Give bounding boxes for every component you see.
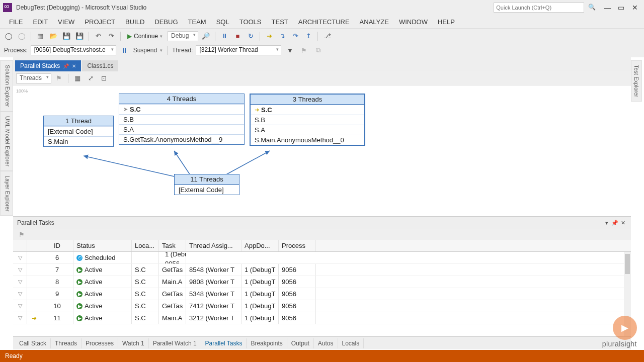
- menu-build[interactable]: BUILD: [120, 17, 149, 27]
- flag-outline-icon[interactable]: ▽: [18, 303, 22, 309]
- nav-back-icon[interactable]: ◯: [3, 31, 14, 42]
- stack-frame-icon[interactable]: ⧉: [312, 45, 324, 56]
- tab-class1[interactable]: Class1.cs: [82, 60, 118, 71]
- window-position-icon[interactable]: ▾: [603, 220, 611, 226]
- intellitrace-icon[interactable]: ⎇: [321, 31, 333, 42]
- menu-project[interactable]: PROJECT: [79, 17, 120, 27]
- nav-fwd-icon[interactable]: ◯: [16, 31, 27, 42]
- parallel-stacks-canvas[interactable]: 100% 1 Thread [External Code] S.Main 4 T…: [13, 85, 631, 216]
- side-tab-layer-explorer[interactable]: Layer Explorer: [0, 171, 13, 216]
- close-pane-icon[interactable]: ✕: [619, 220, 627, 226]
- menu-file[interactable]: FILE: [4, 17, 28, 27]
- save-icon[interactable]: 💾: [61, 31, 72, 42]
- flag-outline-icon[interactable]: ▽: [18, 266, 22, 273]
- save-all-icon[interactable]: 💾: [74, 31, 85, 42]
- stack-frame[interactable]: [External Code]: [175, 185, 239, 195]
- undo-icon[interactable]: ↶: [93, 31, 104, 42]
- stack-frame[interactable]: ➤S.C: [119, 104, 244, 114]
- restart-icon[interactable]: ↻: [245, 31, 256, 42]
- step-over-icon[interactable]: ↷: [290, 31, 301, 42]
- stack-frame[interactable]: S.A: [251, 125, 364, 135]
- col-thread[interactable]: Thread Assig...: [186, 240, 242, 251]
- stack-frame[interactable]: S.B: [119, 114, 244, 124]
- stack-node-3threads[interactable]: 3 Threads ➜S.C S.B S.A S.Main.AnonymousM…: [250, 94, 365, 146]
- col-location[interactable]: Loca...: [132, 240, 159, 251]
- process-combo[interactable]: [9056] DebugTest.vshost.e: [31, 45, 116, 55]
- menu-team[interactable]: TEAM: [183, 17, 211, 27]
- tab-parallel-stacks[interactable]: Parallel Stacks 📌 ✕: [15, 60, 81, 71]
- flag-outline-icon[interactable]: ▽: [18, 315, 22, 321]
- flag-filter-icon[interactable]: ⚑: [16, 229, 27, 240]
- thread-combo[interactable]: [3212] Worker Thread: [196, 45, 281, 55]
- bottom-tab-breakpoints[interactable]: Breakpoints: [247, 338, 287, 348]
- bottom-tab-watch-1[interactable]: Watch 1: [118, 338, 149, 348]
- menu-debug[interactable]: DEBUG: [149, 17, 183, 27]
- stack-frame[interactable]: [External Code]: [44, 126, 113, 136]
- step-out-icon[interactable]: ↥: [303, 31, 314, 42]
- auto-scroll-icon[interactable]: ⤢: [85, 73, 96, 84]
- menu-edit[interactable]: EDIT: [28, 17, 53, 27]
- bottom-tab-threads[interactable]: Threads: [51, 338, 82, 348]
- col-process[interactable]: Process: [279, 240, 316, 251]
- stack-node-4threads[interactable]: 4 Threads ➤S.C S.B S.A S.GetTask.Anonymo…: [119, 94, 245, 145]
- quick-launch-input[interactable]: [494, 3, 584, 13]
- redo-icon[interactable]: ↷: [106, 31, 117, 42]
- pause-icon[interactable]: ⏸: [219, 31, 230, 42]
- toggle-method-view-icon[interactable]: ▦: [72, 73, 83, 84]
- menu-architecture[interactable]: ARCHITECTURE: [293, 17, 355, 27]
- stack-frame[interactable]: ➜S.C: [251, 105, 364, 115]
- stack-frame[interactable]: S.GetTask.AnonymousMethod__9: [119, 134, 244, 144]
- side-tab-solution-explorer[interactable]: Solution Explorer: [0, 60, 13, 112]
- task-row[interactable]: ▽8▶ActiveS.CMain.A9808 (Worker T1 (Debug…: [13, 276, 631, 288]
- side-tab-uml-model-explorer[interactable]: UML Model Explorer: [0, 112, 13, 171]
- menu-window[interactable]: WINDOW: [394, 17, 433, 27]
- step-into-icon[interactable]: ↴: [277, 31, 288, 42]
- col-status[interactable]: Status: [73, 240, 132, 251]
- bottom-tab-locals[interactable]: Locals: [338, 338, 364, 348]
- bottom-tab-parallel-watch-1[interactable]: Parallel Watch 1: [149, 338, 201, 348]
- col-task[interactable]: Task: [159, 240, 186, 251]
- suspend-icon[interactable]: ⏸: [119, 45, 130, 56]
- find-icon[interactable]: 🔎: [200, 31, 211, 42]
- close-button[interactable]: ✕: [629, 4, 641, 12]
- task-row[interactable]: ▽6⏱Scheduled1 (DebugT9056: [13, 252, 631, 264]
- continue-button[interactable]: ▶ Continue ▾: [124, 32, 166, 41]
- bottom-tab-autos[interactable]: Autos: [314, 338, 338, 348]
- menu-test[interactable]: TEST: [267, 17, 293, 27]
- stack-frame[interactable]: S.A: [119, 124, 244, 134]
- flag-outline-icon[interactable]: ▽: [18, 291, 22, 297]
- auto-hide-icon[interactable]: 📌: [611, 220, 619, 226]
- stack-node-1thread[interactable]: 1 Thread [External Code] S.Main: [43, 116, 114, 147]
- menu-analyze[interactable]: ANALYZE: [355, 17, 394, 27]
- task-row[interactable]: ▽9▶ActiveS.CGetTas5348 (Worker T1 (Debug…: [13, 288, 631, 300]
- col-id[interactable]: ID: [41, 240, 73, 251]
- chevron-down-icon[interactable]: ▾: [160, 48, 163, 53]
- search-icon[interactable]: 🔍: [588, 4, 596, 12]
- stack-frame[interactable]: S.B: [251, 115, 364, 125]
- toggle-zoom-icon[interactable]: ⊡: [98, 73, 109, 84]
- bottom-tab-parallel-tasks[interactable]: Parallel Tasks: [201, 338, 247, 348]
- maximize-button[interactable]: ▭: [615, 4, 627, 12]
- flag-outline-icon[interactable]: ▽: [18, 279, 22, 285]
- filter-icon[interactable]: ▼: [284, 45, 295, 56]
- col-current[interactable]: [27, 240, 41, 251]
- stop-icon[interactable]: ■: [232, 31, 243, 42]
- minimize-button[interactable]: —: [601, 4, 613, 12]
- pin-icon[interactable]: 📌: [63, 63, 69, 69]
- bottom-tab-processes[interactable]: Processes: [82, 338, 118, 348]
- side-tab-test-explorer[interactable]: Test Explorer: [631, 60, 642, 102]
- col-flag[interactable]: [13, 240, 27, 251]
- scrollbar-thumb[interactable]: [625, 254, 630, 274]
- task-row[interactable]: ▽10▶ActiveS.CGetTas7412 (Worker T1 (Debu…: [13, 300, 631, 312]
- menu-help[interactable]: HELP: [433, 17, 460, 27]
- menu-view[interactable]: VIEW: [53, 17, 79, 27]
- col-appdomain[interactable]: AppDo...: [242, 240, 279, 251]
- filter-threads-icon[interactable]: ⚑: [53, 73, 64, 84]
- menu-tools[interactable]: TOOLS: [234, 17, 267, 27]
- solution-config-combo[interactable]: Debug: [168, 31, 198, 41]
- stack-frame[interactable]: S.Main.AnonymousMethod__0: [251, 135, 364, 145]
- task-row[interactable]: ▽➜11▶ActiveS.CMain.A3212 (Worker T1 (Deb…: [13, 312, 631, 324]
- bottom-tab-call-stack[interactable]: Call Stack: [15, 338, 51, 348]
- open-icon[interactable]: 📂: [48, 31, 59, 42]
- flag-icon[interactable]: ⚑: [298, 45, 309, 56]
